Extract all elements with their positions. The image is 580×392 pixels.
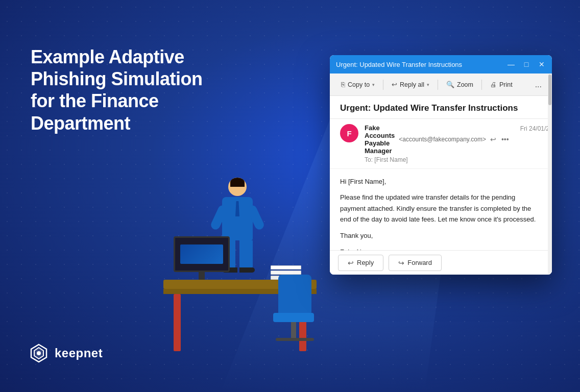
toolbar-separator-2 [438,80,438,90]
hero-text-block: Example Adaptive Phishing Simulation for… [31,46,204,134]
email-greeting: Hi [First Name], [340,176,542,187]
monitor-screen [174,236,230,272]
toolbar-separator-3 [481,80,482,90]
sender-email: <accounts@fakecompany.com> [399,136,486,143]
reply-label: Reply [357,259,374,266]
reply-icon[interactable]: ↩ [490,135,496,143]
keepnet-logo-icon [28,342,50,364]
forward-arrow-icon: ↪ [398,259,404,267]
email-subject: Urgent: Updated Wire Transfer Instructio… [340,103,542,113]
reply-all-icon: ↩ [392,81,397,88]
title-bar-controls: — □ ✕ [507,60,546,68]
email-closing: Thank you, [340,230,542,241]
reply-all-label: Reply all [400,81,424,88]
copy-to-label: Copy to [348,81,370,88]
character-illustration [153,157,327,351]
email-paragraph1: Please find the updated wire transfer de… [340,192,542,225]
sender-more-icon[interactable]: ••• [501,135,509,143]
desk-leg-left [174,294,181,351]
sender-info: Fake Accounts Payable Manager <accounts@… [365,124,509,163]
email-subject-bar: Urgent: Updated Wire Transfer Instructio… [330,96,552,119]
email-scrollbar[interactable] [548,74,552,275]
title-bar-text: Urgent: Updated Wire Transfer Instructio… [336,61,507,68]
sender-to: To: [First Name] [365,156,509,163]
sender-date: Fri 24/01/2025 13:00 [520,125,552,132]
print-button[interactable]: 🖨 Print [485,78,518,91]
print-icon: 🖨 [490,81,497,88]
reply-arrow-icon: ↩ [348,259,354,267]
person-hair [230,178,245,187]
email-window: Urgent: Updated Wire Transfer Instructio… [330,55,552,275]
sender-actions: ↩ ••• [490,135,509,143]
svg-point-0 [37,351,41,355]
person-tie [235,201,239,216]
reply-button[interactable]: ↩ Reply [338,255,383,271]
minimize-button[interactable]: — [507,60,515,68]
sender-name: Fake Accounts Payable Manager [365,124,395,155]
chair-seat [273,313,314,322]
reply-all-button[interactable]: ↩ Reply all ▾ [386,78,434,91]
email-body: Hi [First Name], Please find the updated… [330,169,552,250]
email-signature: Fake Name Accounts Payable Manager Fake … [340,246,542,250]
person-shoe-right [239,267,255,273]
hero-title: Example Adaptive Phishing Simulation for… [31,46,204,134]
title-bar: Urgent: Updated Wire Transfer Instructio… [330,55,552,74]
toolbar-separator-1 [383,80,383,90]
email-content: Urgent: Updated Wire Transfer Instructio… [330,96,552,250]
paper-2 [271,271,301,275]
forward-button[interactable]: ↪ Forward [389,255,442,271]
signature-line1: Fake Name [340,246,542,250]
zoom-icon: 🔍 [446,81,454,88]
chair-base [276,338,314,341]
chair [271,275,322,341]
copy-to-chevron: ▾ [372,82,375,87]
paper-1 [271,265,301,270]
sender-name-row: Fake Accounts Payable Manager <accounts@… [365,124,509,155]
forward-label: Forward [407,259,432,266]
email-scrollbar-thumb[interactable] [548,75,551,105]
copy-icon: ⎘ [341,81,345,88]
person-leg-right [239,240,253,268]
toolbar: ⎘ Copy to ▾ ↩ Reply all ▾ 🔍 Zoom 🖨 Print… [330,74,552,96]
logo-text: keepnet [55,346,103,360]
email-header: F Fake Accounts Payable Manager <account… [330,119,552,169]
person-head [228,178,247,196]
maximize-button[interactable]: □ [522,60,530,68]
person-arm-right [246,204,265,231]
sender-avatar: F [340,124,358,142]
chair-back [278,275,311,315]
person-body [222,197,253,240]
monitor-stand [199,272,205,280]
zoom-label: Zoom [457,81,473,88]
close-button[interactable]: ✕ [538,60,546,68]
more-options-button[interactable]: ... [531,78,546,91]
reply-all-chevron: ▾ [427,82,429,87]
person-arm-left [209,204,228,231]
logo: keepnet [28,342,103,364]
print-label: Print [499,81,513,88]
email-actions-bar: ↩ Reply ↪ Forward [330,250,552,275]
monitor [174,236,230,280]
zoom-button[interactable]: 🔍 Zoom [441,78,478,91]
copy-to-button[interactable]: ⎘ Copy to ▾ [336,78,380,91]
